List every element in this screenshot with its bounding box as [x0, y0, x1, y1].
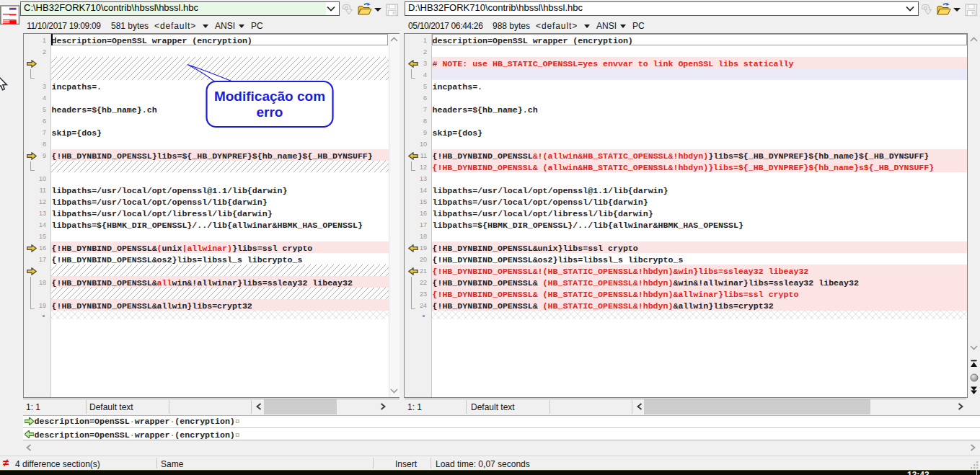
svg-text:Modificação com: Modificação com: [214, 89, 325, 104]
svg-text:erro: erro: [257, 105, 283, 120]
